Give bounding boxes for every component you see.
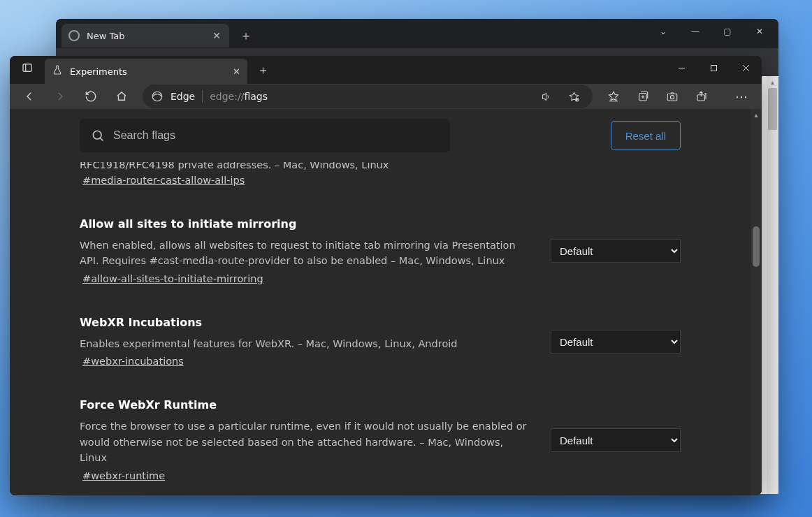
flag-anchor[interactable]: #webxr-runtime (82, 470, 165, 481)
edge-tab[interactable]: Experiments ✕ (45, 59, 247, 84)
svg-line-18 (100, 138, 103, 140)
flag-desc: When enabled, allows all websites to req… (80, 238, 530, 269)
flag-select[interactable]: Default (551, 239, 681, 263)
svg-point-15 (670, 96, 674, 99)
flags-page: Reset all RFC1918/RFC4198 private addres… (10, 109, 751, 495)
close-button[interactable]: ✕ (744, 19, 776, 44)
maximize-button[interactable]: ▢ (711, 19, 744, 44)
chrome-icon (68, 30, 80, 41)
flag-select[interactable]: Default (551, 428, 681, 452)
minimize-button[interactable] (665, 56, 697, 80)
address-bar[interactable]: Edge edge://flags (143, 85, 593, 108)
flag-item: Force WebXr Runtime Force the browser to… (80, 398, 681, 481)
bg-titlebar: New Tab ✕ ＋ ⌄ — ▢ ✕ (56, 19, 778, 48)
flag-title: Force WebXr Runtime (80, 398, 530, 412)
share-button[interactable] (688, 84, 716, 109)
menu-button[interactable]: ⋯ (728, 84, 756, 109)
edge-window-controls (665, 56, 762, 80)
read-aloud-button[interactable] (535, 86, 556, 107)
separator (202, 90, 203, 103)
search-flags-box[interactable] (80, 119, 450, 152)
maximize-button[interactable] (697, 56, 730, 80)
close-icon[interactable]: ✕ (233, 66, 240, 77)
svg-point-17 (93, 131, 101, 139)
flag-title: Allow all sites to initiate mirroring (80, 217, 530, 231)
bg-window-controls: ⌄ — ▢ ✕ (647, 19, 776, 44)
bg-tab[interactable]: New Tab ✕ (61, 24, 229, 48)
edge-new-tab-button[interactable]: ＋ (252, 59, 274, 81)
edge-logo-icon (151, 90, 164, 103)
edge-scrollbar[interactable]: ▴ ▾ (751, 109, 762, 495)
address-brand: Edge (171, 91, 195, 102)
refresh-button[interactable] (77, 84, 105, 109)
bg-scroll-thumb[interactable] (768, 88, 777, 130)
address-url: edge://flags (210, 91, 268, 102)
scroll-track[interactable] (751, 120, 762, 495)
flag-item: WebXR Incubations Enables experimental f… (80, 316, 681, 367)
reset-all-button[interactable]: Reset all (611, 121, 681, 150)
collections-button[interactable] (629, 84, 657, 109)
flags-header: Reset all (10, 109, 751, 162)
bg-tab-label: New Tab (87, 31, 125, 41)
flag-select[interactable]: Default (551, 330, 681, 354)
svg-rect-14 (667, 94, 677, 101)
edge-window: Experiments ✕ ＋ Edge edge://flags (10, 56, 762, 495)
toolbar-right: ⋯ (600, 84, 756, 109)
flag-desc: Force the browser to use a particular ru… (80, 418, 530, 465)
flag-item: Allow all sites to initiate mirroring Wh… (80, 217, 681, 285)
flask-icon (52, 64, 63, 78)
flag-anchor[interactable]: #media-router-cast-allow-all-ips (82, 175, 245, 186)
edge-toolbar: Edge edge://flags ⋯ (10, 84, 762, 109)
svg-rect-0 (23, 64, 31, 72)
minimize-button[interactable]: — (679, 19, 711, 44)
chevron-down-icon[interactable]: ⌄ (647, 19, 679, 44)
close-button[interactable] (730, 56, 762, 80)
edge-tab-label: Experiments (70, 66, 127, 77)
scroll-up-icon[interactable]: ▴ (751, 109, 762, 120)
flag-anchor[interactable]: #allow-all-sites-to-initiate-mirroring (82, 273, 263, 284)
svg-point-6 (152, 92, 162, 101)
back-button[interactable] (15, 84, 43, 109)
forward-button[interactable] (46, 84, 74, 109)
close-icon[interactable]: ✕ (212, 30, 221, 41)
scroll-up-icon[interactable]: ▴ (767, 76, 778, 88)
bg-new-tab-button[interactable]: ＋ (236, 26, 256, 45)
flag-desc: Enables experimental features for WebXR.… (80, 336, 530, 351)
search-icon (91, 129, 105, 143)
favorites-button[interactable] (600, 84, 628, 109)
edge-titlebar: Experiments ✕ ＋ (10, 56, 762, 84)
home-button[interactable] (108, 84, 136, 109)
flags-list: RFC1918/RFC4198 private addresses. – Mac… (10, 159, 751, 495)
svg-rect-3 (711, 65, 716, 71)
tab-actions-button[interactable] (15, 56, 39, 80)
scroll-thumb[interactable] (753, 226, 760, 267)
favorite-button[interactable] (563, 86, 584, 107)
screenshot-button[interactable] (658, 84, 686, 109)
search-input[interactable] (113, 129, 439, 142)
bg-scrollbar[interactable]: ▴ (767, 76, 778, 494)
flag-anchor[interactable]: #webxr-incubations (82, 356, 184, 367)
edge-body: Reset all RFC1918/RFC4198 private addres… (10, 109, 762, 495)
flag-title: WebXR Incubations (80, 316, 530, 329)
